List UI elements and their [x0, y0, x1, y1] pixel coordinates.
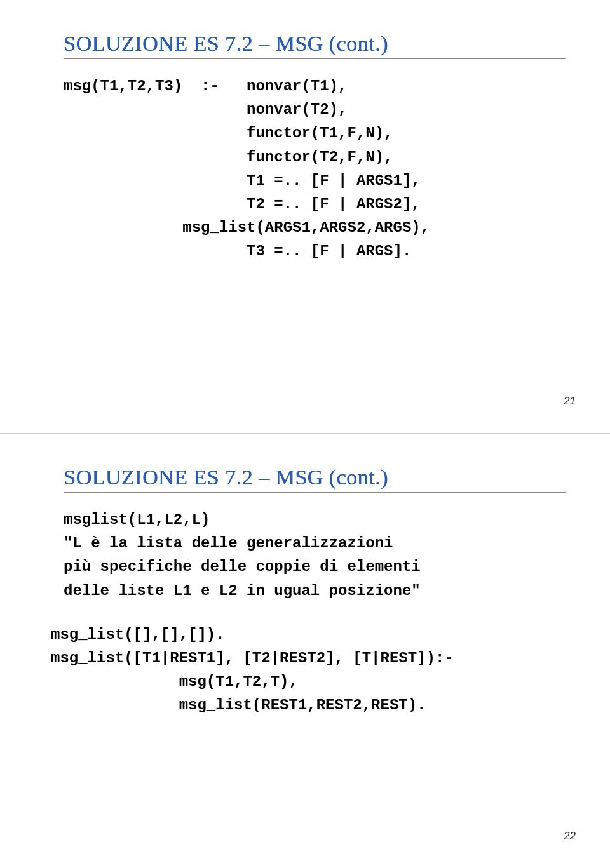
title-wrap: SOLUZIONE ES 7.2 – MSG (cont.)	[64, 0, 566, 59]
slide-22: SOLUZIONE ES 7.2 – MSG (cont.) msglist(L…	[0, 434, 610, 868]
title-wrap: SOLUZIONE ES 7.2 – MSG (cont.)	[64, 434, 566, 493]
desc-line-1: "L è la lista delle generalizzazioni	[64, 531, 566, 555]
slide-title: SOLUZIONE ES 7.2 – MSG (cont.)	[64, 465, 566, 492]
slide-title: SOLUZIONE ES 7.2 – MSG (cont.)	[64, 32, 566, 58]
desc-block: msglist(L1,L2,L) "L è la lista delle gen…	[64, 508, 566, 603]
code-block-1: msg(T1,T2,T3) :- nonvar(T1), nonvar(T2),…	[64, 74, 566, 264]
msglist-head: msglist(L1,L2,L)	[64, 508, 566, 531]
title-underline	[64, 492, 566, 493]
slide-21: SOLUZIONE ES 7.2 – MSG (cont.) msg(T1,T2…	[0, 0, 610, 434]
page-number: 21	[564, 395, 576, 408]
page-wrap: SOLUZIONE ES 7.2 – MSG (cont.) msg(T1,T2…	[0, 0, 610, 868]
title-underline	[64, 58, 566, 59]
code-block-2: msg_list([],[],[]). msg_list([T1|REST1],…	[51, 623, 566, 718]
page-number: 22	[564, 830, 576, 843]
desc-line-2: più specifiche delle coppie di elementi	[64, 555, 566, 578]
desc-line-3: delle liste L1 e L2 in ugual posizione"	[64, 579, 566, 603]
